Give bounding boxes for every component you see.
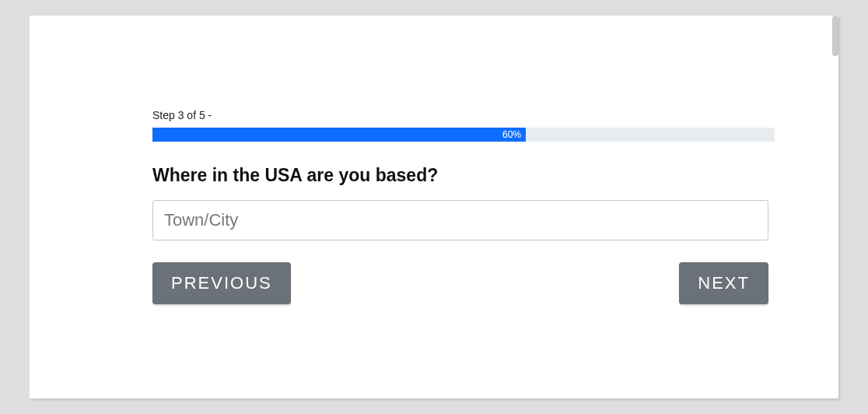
town-city-input[interactable] [152,200,768,240]
scrollbar-track[interactable] [832,16,838,398]
scrollbar-thumb[interactable] [832,16,838,56]
progress-bar: 60% [152,128,775,142]
form-card: Step 3 of 5 - 60% Where in the USA are y… [30,16,838,398]
button-row: PREVIOUS NEXT [152,262,768,304]
step-label: Step 3 of 5 - [152,109,775,121]
previous-button[interactable]: PREVIOUS [152,262,291,304]
form-content: Step 3 of 5 - 60% Where in the USA are y… [152,109,775,304]
question-heading: Where in the USA are you based? [152,165,775,186]
progress-fill: 60% [152,128,526,142]
next-button[interactable]: NEXT [679,262,768,304]
